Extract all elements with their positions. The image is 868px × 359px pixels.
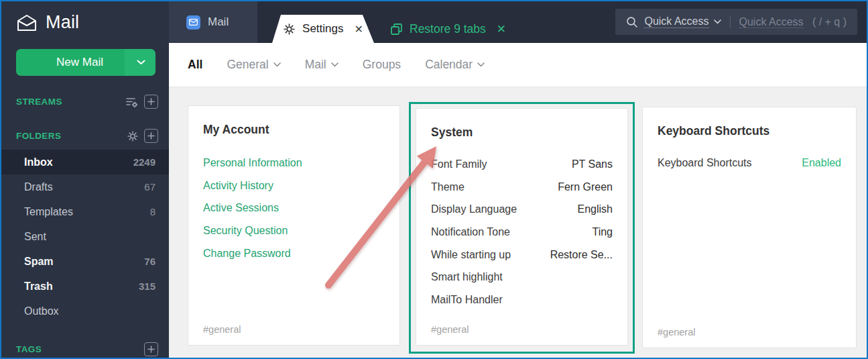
- link-security-question[interactable]: Security Question: [203, 219, 385, 242]
- folder-label: Inbox: [24, 156, 133, 168]
- gear-icon: [283, 23, 296, 36]
- keyboard-settings-rows: Keyboard Shortcuts Enabled: [658, 152, 841, 174]
- setting-label[interactable]: Smart highlight: [431, 271, 503, 283]
- sidebar-item-templates[interactable]: Templates 8: [1, 199, 169, 224]
- folder-count: 2249: [133, 156, 156, 168]
- link-personal-information[interactable]: Personal Information: [203, 152, 385, 174]
- chevron-down-icon: [477, 62, 485, 67]
- setting-label[interactable]: While starting up: [431, 249, 511, 261]
- setting-row-display-language: Display Language English: [431, 198, 613, 221]
- new-mail-button[interactable]: New Mail: [16, 49, 156, 76]
- app-title: Mail: [46, 12, 79, 33]
- tab-mail[interactable]: Mail: [169, 1, 257, 43]
- setting-value[interactable]: Fern Green: [558, 181, 613, 193]
- quick-access-search[interactable]: Quick Access Quick Access ( / + q ): [615, 9, 857, 35]
- filter-label: All: [188, 58, 202, 72]
- setting-value[interactable]: PT Sans: [572, 158, 613, 170]
- mail-tab-label: Mail: [208, 15, 229, 29]
- setting-label[interactable]: Theme: [431, 181, 464, 193]
- app-logo: Mail: [1, 1, 169, 33]
- folder-label: Outbox: [24, 305, 156, 317]
- sidebar-item-sent[interactable]: Sent: [1, 224, 169, 249]
- setting-value-enabled[interactable]: Enabled: [802, 157, 841, 169]
- chevron-down-icon: [714, 19, 721, 24]
- new-mail-label: New Mail: [16, 56, 126, 69]
- filter-mail[interactable]: Mail: [305, 58, 338, 72]
- setting-label[interactable]: Keyboard Shortcuts: [658, 157, 752, 169]
- card-title: Keyboard Shortcuts: [658, 122, 841, 140]
- main-area: Mail Settings ✕: [169, 1, 867, 358]
- tab-restore[interactable]: Restore 9 tabs ✕: [390, 15, 506, 43]
- folders-section-header: FOLDERS: [1, 129, 169, 143]
- folder-count: 67: [144, 181, 156, 193]
- restore-tab-label: Restore 9 tabs: [410, 22, 486, 36]
- quick-access-shortcut-hint: ( / + q ): [812, 16, 847, 28]
- setting-value[interactable]: Ting: [592, 226, 613, 238]
- filter-groups[interactable]: Groups: [363, 58, 401, 72]
- close-settings-tab-icon[interactable]: ✕: [355, 23, 363, 36]
- mail-envelope-logo-icon: [16, 13, 38, 32]
- filter-general[interactable]: General: [227, 58, 280, 72]
- setting-label[interactable]: Font Family: [431, 158, 487, 170]
- folder-label: Sent: [24, 231, 156, 243]
- system-settings-rows: Font Family PT Sans Theme Fern Green Dis…: [431, 153, 613, 311]
- search-icon: [626, 16, 638, 28]
- settings-tab-label: Settings: [302, 22, 343, 36]
- folder-label: Drafts: [24, 181, 144, 193]
- setting-label[interactable]: Display Language: [431, 203, 517, 215]
- add-folder-icon[interactable]: [144, 129, 158, 143]
- filter-label: Mail: [305, 58, 326, 72]
- add-tag-icon[interactable]: [144, 342, 158, 356]
- sidebar-item-trash[interactable]: Trash 315: [1, 274, 169, 299]
- restore-tabs-icon: [390, 23, 403, 36]
- sidebar-item-inbox[interactable]: Inbox 2249: [1, 150, 169, 174]
- sidebar-item-outbox[interactable]: Outbox: [1, 299, 169, 323]
- setting-row-mailto-handler: MailTo Handler: [431, 289, 613, 311]
- add-stream-icon[interactable]: [144, 95, 158, 109]
- card-system: System Font Family PT Sans Theme Fern Gr…: [416, 108, 628, 346]
- folder-settings-gear-icon[interactable]: [127, 130, 139, 142]
- filter-label: Groups: [363, 58, 401, 72]
- sidebar-item-drafts[interactable]: Drafts 67: [1, 174, 169, 199]
- card-keyboard-shortcuts: Keyboard Shortcuts Keyboard Shortcuts En…: [642, 107, 857, 348]
- card-tag: #general: [658, 327, 695, 338]
- folder-label: Trash: [24, 280, 139, 293]
- setting-row-keyboard-shortcuts: Keyboard Shortcuts Enabled: [658, 152, 841, 174]
- stream-filter-settings-icon[interactable]: [125, 96, 139, 108]
- tab-settings[interactable]: Settings ✕: [272, 15, 374, 43]
- card-title: My Account: [203, 121, 385, 138]
- folder-label: Spam: [24, 256, 144, 268]
- setting-label[interactable]: MailTo Handler: [431, 294, 503, 306]
- settings-content: My Account Personal Information Activity…: [169, 87, 867, 358]
- chevron-down-icon: [273, 62, 281, 67]
- app-window: Mail New Mail STREAMS: [0, 0, 868, 359]
- sidebar-item-spam[interactable]: Spam 76: [1, 249, 169, 274]
- card-my-account: My Account Personal Information Activity…: [188, 105, 400, 346]
- tags-label: TAGS: [16, 344, 144, 354]
- chevron-down-icon[interactable]: [126, 60, 156, 65]
- quick-access-scope-label: Quick Access: [644, 15, 708, 28]
- filter-calendar[interactable]: Calendar: [425, 58, 485, 72]
- setting-label[interactable]: Notification Tone: [431, 226, 510, 238]
- my-account-links: Personal Information Activity History Ac…: [203, 152, 385, 264]
- filter-all[interactable]: All: [188, 58, 202, 72]
- highlight-frame: System Font Family PT Sans Theme Fern Gr…: [409, 102, 635, 354]
- quick-access-input[interactable]: Quick Access ( / + q ): [739, 16, 847, 28]
- card-tag: #general: [431, 324, 469, 335]
- close-restore-tab-icon[interactable]: ✕: [497, 22, 506, 36]
- setting-value[interactable]: English: [578, 203, 613, 215]
- setting-row-notification-tone: Notification Tone Ting: [431, 221, 613, 244]
- link-change-password[interactable]: Change Password: [203, 242, 385, 265]
- chevron-down-icon: [331, 62, 338, 67]
- streams-section-header: STREAMS: [1, 95, 169, 109]
- mail-tab-envelope-icon: [186, 15, 200, 30]
- folder-count: 8: [150, 206, 156, 217]
- link-active-sessions[interactable]: Active Sessions: [203, 197, 385, 219]
- quick-access-scope-dropdown[interactable]: Quick Access: [644, 15, 721, 28]
- filter-label: General: [227, 58, 268, 72]
- topbar: Mail Settings ✕: [169, 1, 867, 43]
- link-activity-history[interactable]: Activity History: [203, 174, 385, 197]
- settings-filter-bar: All General Mail Groups Calendar: [169, 43, 867, 87]
- folders-label: FOLDERS: [16, 131, 127, 141]
- setting-value[interactable]: Restore Se...: [550, 249, 613, 261]
